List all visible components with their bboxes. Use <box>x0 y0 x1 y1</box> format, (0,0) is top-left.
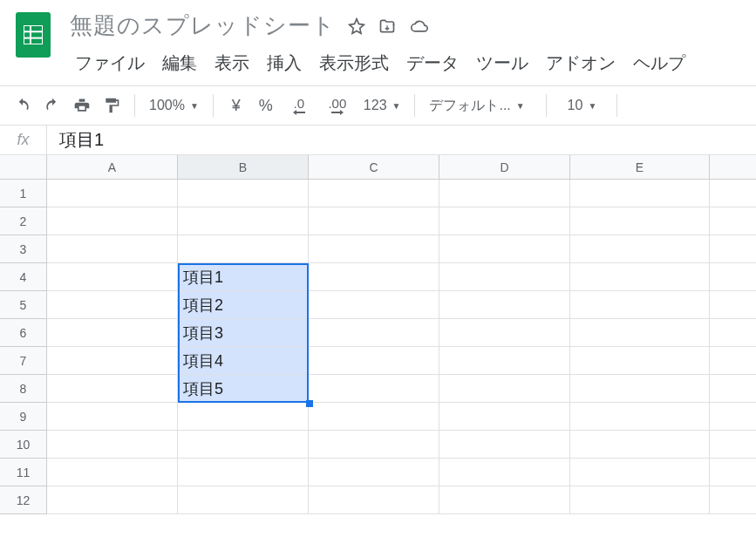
cell-B4[interactable]: 項目1 <box>178 263 309 291</box>
cell-B9[interactable] <box>178 403 309 431</box>
cell-F10[interactable] <box>710 431 756 459</box>
cell-C11[interactable] <box>309 459 439 486</box>
menu-file[interactable]: ファイル <box>70 50 150 77</box>
row-header[interactable]: 9 <box>0 403 47 431</box>
cell-C7[interactable] <box>309 347 439 375</box>
cell-F5[interactable] <box>710 291 756 319</box>
cell-E3[interactable] <box>570 235 710 263</box>
cell-C4[interactable] <box>309 263 439 291</box>
row-header[interactable]: 2 <box>0 207 47 235</box>
app-logo[interactable] <box>7 7 59 85</box>
col-header-D[interactable]: D <box>439 155 570 180</box>
cell-A6[interactable] <box>47 319 178 347</box>
cell-C10[interactable] <box>309 431 439 459</box>
cell-F4[interactable] <box>710 263 756 291</box>
fill-handle[interactable] <box>306 400 313 407</box>
menu-insert[interactable]: 挿入 <box>262 50 307 77</box>
cell-A1[interactable] <box>47 180 178 207</box>
cell-C12[interactable] <box>309 486 439 514</box>
print-button[interactable] <box>68 92 96 119</box>
cell-A8[interactable] <box>47 375 178 403</box>
zoom-select[interactable]: 100% ▼ <box>144 98 204 113</box>
undo-button[interactable] <box>9 92 37 119</box>
cell-C9[interactable] <box>309 403 439 431</box>
font-select[interactable]: デフォルト... ▼ <box>424 97 537 115</box>
cell-C2[interactable] <box>309 207 439 235</box>
cell-E1[interactable] <box>570 180 710 207</box>
cell-F1[interactable] <box>710 180 756 207</box>
increase-decimal-button[interactable]: .00 <box>318 92 357 119</box>
cells-area[interactable]: 項目1項目2項目3項目4項目5 <box>47 180 756 514</box>
cell-B7[interactable]: 項目4 <box>178 347 309 375</box>
menu-help[interactable]: ヘルプ <box>628 50 691 77</box>
move-icon[interactable] <box>378 17 397 35</box>
row-header[interactable]: 3 <box>0 235 47 263</box>
cell-D9[interactable] <box>439 403 570 431</box>
cell-D7[interactable] <box>439 347 570 375</box>
row-header[interactable]: 12 <box>0 486 47 514</box>
doc-title[interactable]: 無題のスプレッドシート <box>70 10 336 41</box>
row-header[interactable]: 6 <box>0 319 47 347</box>
decrease-decimal-button[interactable]: .0 <box>282 92 317 119</box>
cell-A7[interactable] <box>47 347 178 375</box>
cell-F7[interactable] <box>710 347 756 375</box>
menu-data[interactable]: データ <box>401 50 464 77</box>
cell-E12[interactable] <box>570 486 710 514</box>
format-currency-button[interactable]: ¥ <box>222 92 250 119</box>
cell-B2[interactable] <box>178 207 309 235</box>
cell-E5[interactable] <box>570 291 710 319</box>
cell-E10[interactable] <box>570 431 710 459</box>
cell-E8[interactable] <box>570 375 710 403</box>
col-header-B[interactable]: B <box>178 155 309 180</box>
cell-D5[interactable] <box>439 291 570 319</box>
cell-B3[interactable] <box>178 235 309 263</box>
row-header[interactable]: 10 <box>0 431 47 459</box>
number-format-select[interactable]: 123 ▼ <box>358 98 406 113</box>
col-header-C[interactable]: C <box>309 155 439 180</box>
cell-E4[interactable] <box>570 263 710 291</box>
cell-D3[interactable] <box>439 235 570 263</box>
menu-tools[interactable]: ツール <box>471 50 534 77</box>
cell-C5[interactable] <box>309 291 439 319</box>
cell-F2[interactable] <box>710 207 756 235</box>
cell-E9[interactable] <box>570 403 710 431</box>
cell-F3[interactable] <box>710 235 756 263</box>
cell-D1[interactable] <box>439 180 570 207</box>
cell-A12[interactable] <box>47 486 178 514</box>
cell-D6[interactable] <box>439 319 570 347</box>
spreadsheet-grid[interactable]: A B C D E 1 2 3 4 5 6 7 8 9 10 11 12 項目1… <box>0 155 756 530</box>
select-all-corner[interactable] <box>0 155 47 180</box>
cell-D8[interactable] <box>439 375 570 403</box>
col-header-E[interactable]: E <box>570 155 710 180</box>
row-header[interactable]: 8 <box>0 375 47 403</box>
cell-B6[interactable]: 項目3 <box>178 319 309 347</box>
cell-A5[interactable] <box>47 291 178 319</box>
cell-C6[interactable] <box>309 319 439 347</box>
cell-F9[interactable] <box>710 403 756 431</box>
cell-D10[interactable] <box>439 431 570 459</box>
cell-A10[interactable] <box>47 431 178 459</box>
cell-D2[interactable] <box>439 207 570 235</box>
cell-D12[interactable] <box>439 486 570 514</box>
redo-button[interactable] <box>38 92 66 119</box>
formula-input[interactable]: 項目1 <box>47 128 756 152</box>
cell-C1[interactable] <box>309 180 439 207</box>
cell-F12[interactable] <box>710 486 756 514</box>
menu-addons[interactable]: アドオン <box>541 50 621 77</box>
cell-E2[interactable] <box>570 207 710 235</box>
cell-F11[interactable] <box>710 459 756 486</box>
cell-A2[interactable] <box>47 207 178 235</box>
cell-A3[interactable] <box>47 235 178 263</box>
format-percent-button[interactable]: % <box>252 92 280 119</box>
cell-D11[interactable] <box>439 459 570 486</box>
row-header[interactable]: 11 <box>0 459 47 486</box>
cell-E11[interactable] <box>570 459 710 486</box>
row-header[interactable]: 7 <box>0 347 47 375</box>
cell-B5[interactable]: 項目2 <box>178 291 309 319</box>
row-header[interactable]: 5 <box>0 291 47 319</box>
cell-B8[interactable]: 項目5 <box>178 375 309 403</box>
cell-A11[interactable] <box>47 459 178 486</box>
cell-C8[interactable] <box>309 375 439 403</box>
cell-F6[interactable] <box>710 319 756 347</box>
menu-edit[interactable]: 編集 <box>157 50 202 77</box>
